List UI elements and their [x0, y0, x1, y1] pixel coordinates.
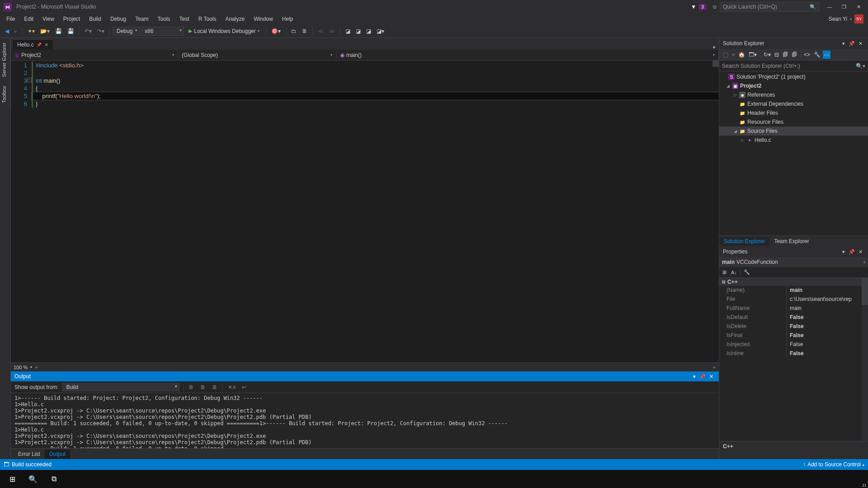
output-tool-2[interactable]: 🗎 [199, 384, 207, 390]
solution-explorer-title-bar[interactable]: Solution Explorer ▾ 📌 ✕ [719, 38, 868, 49]
code-area[interactable]: #include <stdio.h> int main(){ printf("H… [32, 61, 719, 362]
save-button[interactable]: 💾 [53, 27, 64, 36]
tool-icon-1[interactable]: 🎯▾ [269, 27, 283, 36]
maximize-button[interactable]: ❐ [838, 2, 850, 11]
prop-row[interactable]: IsDeleteFalse [719, 322, 868, 331]
prop-row[interactable]: FullNamemain [719, 304, 868, 313]
se-copy-icon[interactable]: 🗐 [790, 51, 798, 59]
prop-pages-icon[interactable]: 🔧 [742, 268, 751, 276]
nav-back-button[interactable]: ◀ [3, 27, 11, 36]
output-tool-3[interactable]: 🗎 [211, 384, 219, 390]
se-preview-icon[interactable]: ▭ [823, 51, 830, 59]
close-button[interactable]: ✕ [853, 2, 864, 11]
menu-help[interactable]: Help [278, 14, 298, 23]
bookmark-icon[interactable]: ◪ [343, 27, 353, 36]
tree-project[interactable]: ◢▣ Project2 [719, 81, 868, 90]
open-file-button[interactable]: 📂▾ [38, 27, 52, 36]
minimize-button[interactable]: — [824, 2, 835, 11]
code-line[interactable]: } [32, 100, 719, 108]
nav-fwd-button[interactable]: ▸ [12, 27, 19, 36]
properties-object-select[interactable]: main VCCodeFunction ▾ [719, 257, 868, 267]
menu-file[interactable]: File [2, 14, 19, 23]
menu-analyze[interactable]: Analyze [221, 14, 249, 23]
se-tab-solution-explorer[interactable]: Solution Explorer [719, 237, 769, 246]
save-all-button[interactable]: 💾 [65, 27, 76, 36]
dock-tab-server-explorer[interactable]: Server Explorer [0, 38, 10, 81]
output-tool-1[interactable]: 🗎 [187, 384, 195, 390]
code-editor[interactable]: 123456 #include <stdio.h> int main(){ pr… [11, 61, 719, 362]
bottom-tab-output[interactable]: Output [45, 450, 70, 459]
config-select[interactable]: Debug [113, 27, 140, 36]
se-close-icon[interactable]: ✕ [857, 41, 864, 47]
pin-icon[interactable]: 📌 [37, 42, 42, 47]
se-dropdown-icon[interactable]: ▾ [840, 41, 847, 47]
close-tab-icon[interactable]: ✕ [44, 42, 48, 48]
menu-project[interactable]: Project [59, 14, 85, 23]
menu-tools[interactable]: Tools [153, 14, 175, 23]
output-title-bar[interactable]: Output ▾ 📌 ✕ [11, 371, 719, 381]
indent-right-icon[interactable]: ≫ [327, 27, 337, 36]
redo-button[interactable]: ↷▾ [95, 27, 107, 36]
doc-tab-dropdown[interactable]: ▾ [709, 45, 719, 50]
editor-splitter-icon[interactable] [712, 61, 719, 67]
menu-window[interactable]: Window [249, 14, 278, 23]
expander-icon[interactable]: ▷ [740, 138, 745, 142]
quick-launch-input[interactable]: Quick Launch (Ctrl+Q) 🔍 [720, 2, 819, 12]
new-project-button[interactable]: ✦▾ [25, 27, 37, 36]
tree-references[interactable]: ▷■ References [719, 90, 868, 99]
prop-category-cpp[interactable]: ⊟C++ [719, 278, 868, 286]
indent-left-icon[interactable]: ≪ [316, 27, 326, 36]
tool-icon-3[interactable]: 🗎 [300, 27, 310, 36]
code-line[interactable]: int main() [32, 77, 719, 84]
prop-row[interactable]: (Name)main [719, 286, 868, 295]
tree-external[interactable]: 📁 External Dependencies [719, 99, 868, 108]
output-from-select[interactable]: Build [62, 383, 179, 391]
se-showall-icon[interactable]: 🗐 [781, 51, 789, 59]
prop-row[interactable]: IsDefaultFalse [719, 313, 868, 322]
nav-project-select[interactable]: ▣ Project2 ▾ [11, 51, 178, 60]
prop-row[interactable]: Filec:\Users\seant\source\rep [719, 295, 868, 304]
se-sync-icon[interactable]: 🗔▾ [747, 51, 758, 59]
se-fwd-icon[interactable]: ▾ [731, 51, 736, 59]
output-close-icon[interactable]: ✕ [708, 374, 715, 380]
se-refresh-icon[interactable]: ↻▾ [762, 51, 772, 59]
prop-row[interactable]: IsInjectedFalse [719, 340, 868, 349]
zoom-dropdown-icon[interactable]: ▾ [30, 365, 32, 369]
scroll-right-icon[interactable]: ▸ [713, 364, 716, 370]
bookmark-clear-icon[interactable]: ◪▾ [374, 27, 387, 36]
feedback-icon[interactable]: ☺ [710, 2, 720, 11]
code-line[interactable]: { [32, 84, 719, 92]
tree-header-files[interactable]: 📁 Header Files [719, 108, 868, 117]
tree-file-hello-c[interactable]: ▷✦ Hello.c [719, 136, 868, 145]
notifications[interactable]: ▼ 3 [691, 4, 706, 10]
zoom-value[interactable]: 100 % [14, 365, 28, 370]
menu-build[interactable]: Build [85, 14, 106, 23]
taskbar-chrome[interactable] [64, 470, 85, 488]
prop-categorized-icon[interactable]: ⊞ [721, 268, 728, 276]
se-tab-team-explorer[interactable]: Team Explorer [769, 237, 813, 246]
prop-alpha-icon[interactable]: A↓ [730, 269, 738, 276]
bookmark-next-icon[interactable]: ◪ [364, 27, 373, 36]
se-home-icon[interactable]: 🏠 [737, 51, 746, 59]
fold-icon[interactable]: − [27, 78, 32, 82]
properties-title-bar[interactable]: Properties ▾ 📌 ✕ [719, 246, 868, 257]
properties-scrollbar[interactable] [862, 278, 868, 441]
output-text[interactable]: 1>------ Build started: Project: Project… [11, 393, 719, 448]
menu-edit[interactable]: Edit [19, 14, 38, 23]
prop-close-icon[interactable]: ✕ [857, 249, 864, 255]
start-button[interactable]: ⊞ [2, 470, 23, 488]
prop-dropdown-icon[interactable]: ▾ [840, 249, 847, 255]
prop-row[interactable]: IsFinalFalse [719, 331, 868, 340]
source-control-button[interactable]: ↑ Add to Source Control ▴ [803, 461, 864, 468]
se-tree[interactable]: S Solution 'Project2' (1 project) ◢▣ Pro… [719, 71, 868, 235]
platform-select[interactable]: x86 [141, 27, 184, 36]
se-wrench-icon[interactable]: 🔧 [812, 51, 822, 59]
properties-grid[interactable]: ⊟C++ (Name)mainFilec:\Users\seant\source… [719, 278, 868, 441]
user-account[interactable]: Sean Yi ▾ SY [829, 14, 866, 23]
tree-source-files[interactable]: ◢📁 Source Files [719, 127, 868, 136]
search-button[interactable]: 🔍 [23, 470, 43, 488]
menu-debug[interactable]: Debug [106, 14, 131, 23]
bottom-tab-error-list[interactable]: Error List [14, 450, 45, 459]
output-dropdown-icon[interactable]: ▾ [691, 374, 698, 380]
menu-test[interactable]: Test [175, 14, 194, 23]
